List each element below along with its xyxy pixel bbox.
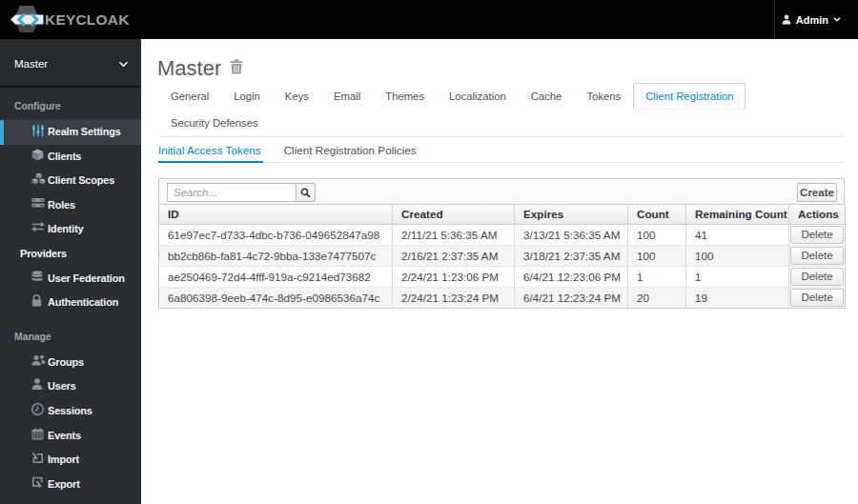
sidebar-item-export[interactable]: Export <box>0 473 141 497</box>
tab-security-defenses[interactable]: Security Defenses <box>158 110 271 136</box>
cell-expires: 3/13/21 5:36:35 AM <box>515 224 628 245</box>
table-row: bb2cb86b-fa81-4c72-9bba-133e7477507c 2/1… <box>159 245 846 266</box>
top-navbar: KEYCLOAK Admin <box>0 0 858 39</box>
delete-realm-button[interactable] <box>229 59 243 75</box>
cell-id: bb2cb86b-fa81-4c72-9bba-133e7477507c <box>159 245 393 266</box>
cell-created: 2/16/21 2:37:35 AM <box>393 245 515 266</box>
tab-themes[interactable]: Themes <box>373 83 437 110</box>
export-icon <box>31 479 45 488</box>
cell-expires: 6/4/21 12:23:24 PM <box>515 287 628 308</box>
cell-id: ae250469-72d4-4fff-919a-c9214ed73682 <box>159 266 393 287</box>
delete-button[interactable]: Delete <box>790 247 844 265</box>
tokens-table: ID Created Expires Count Remaining Count… <box>158 205 846 309</box>
sidebar-section-manage: Manage <box>0 315 141 351</box>
sidebar-item-user-federation[interactable]: User Federation <box>0 267 141 292</box>
cell-remaining: 1 <box>686 266 789 287</box>
user-menu[interactable]: Admin <box>782 0 841 39</box>
tab-login[interactable]: Login <box>221 83 273 110</box>
lock-icon <box>31 297 45 306</box>
tab-tokens[interactable]: Tokens <box>574 83 633 110</box>
clock-icon <box>31 406 45 414</box>
sidebar-item-users[interactable]: Users <box>0 374 141 399</box>
search-input[interactable] <box>167 183 296 202</box>
cell-created: 2/11/21 5:36:35 AM <box>393 224 515 245</box>
sidebar-item-groups[interactable]: Groups <box>0 351 141 375</box>
sidebar-item-roles[interactable]: Roles <box>0 193 141 218</box>
tab-email[interactable]: Email <box>321 83 373 110</box>
table-row: 6a806398-9eeb-474c-8d95-e0986536a74c 2/2… <box>159 287 846 308</box>
sidebar-item-import[interactable]: Import <box>0 448 141 473</box>
cell-created: 2/24/21 1:23:06 PM <box>393 266 515 287</box>
cell-id: 6a806398-9eeb-474c-8d95-e0986536a74c <box>159 287 393 308</box>
delete-button[interactable]: Delete <box>790 289 844 307</box>
cell-expires: 3/18/21 2:37:35 AM <box>515 245 628 266</box>
user-icon <box>782 14 791 25</box>
keycloak-logo-icon <box>9 5 44 34</box>
database-icon <box>31 273 45 282</box>
cell-remaining: 41 <box>686 224 789 245</box>
subtab-initial-access-tokens[interactable]: Initial Access Tokens <box>158 140 273 162</box>
col-remaining-count: Remaining Count <box>686 205 789 224</box>
import-icon <box>31 454 45 463</box>
cell-count: 20 <box>628 287 686 308</box>
sidebar-item-clients[interactable]: Clients <box>0 145 141 170</box>
table-row: ae250469-72d4-4fff-919a-c9214ed73682 2/2… <box>159 266 846 287</box>
page-title: Master <box>157 56 221 80</box>
brand-text: KEYCLOAK <box>45 11 130 29</box>
navbar-divider <box>774 0 775 39</box>
user-name: Admin <box>796 14 828 26</box>
keycloak-logo[interactable] <box>9 5 44 34</box>
tokens-table-block: Create ID Created Expires Count Remainin… <box>158 178 845 309</box>
tab-localization[interactable]: Localization <box>437 83 519 110</box>
cell-count: 100 <box>628 245 686 266</box>
sidebar-item-client-scopes[interactable]: Client Scopes <box>0 169 141 193</box>
cell-remaining: 19 <box>686 287 789 308</box>
table-toolbar: Create <box>158 178 845 205</box>
realm-selector[interactable]: Master <box>0 39 141 88</box>
sidebar-item-authentication[interactable]: Authentication <box>0 291 141 315</box>
tab-client-registration[interactable]: Client Registration <box>633 83 746 110</box>
search-icon <box>300 188 311 198</box>
chevron-down-icon <box>118 61 129 68</box>
table-row: 61e97ec7-d733-4dbc-b736-049652847a98 2/1… <box>159 224 846 245</box>
sidebar-item-sessions[interactable]: Sessions <box>0 399 141 424</box>
delete-button[interactable]: Delete <box>790 226 844 244</box>
client-registration-subtabs: Initial Access Tokens Client Registratio… <box>158 140 845 163</box>
tab-cache[interactable]: Cache <box>519 83 575 110</box>
col-expires: Expires <box>515 205 628 224</box>
sidebar-section-configure: Configure <box>0 90 141 120</box>
roles-icon <box>31 200 45 209</box>
trash-icon <box>230 59 243 74</box>
chevron-down-icon <box>833 17 841 22</box>
search-button[interactable] <box>296 183 316 202</box>
users-icon <box>31 357 45 366</box>
cell-remaining: 100 <box>686 245 789 266</box>
cell-expires: 6/4/21 12:23:06 PM <box>515 266 628 287</box>
calendar-icon <box>31 431 45 439</box>
col-count: Count <box>628 205 686 224</box>
cell-count: 100 <box>628 224 686 245</box>
cell-count: 1 <box>628 266 686 287</box>
cell-id: 61e97ec7-d733-4dbc-b736-049652847a98 <box>159 224 393 245</box>
subtab-client-registration-policies[interactable]: Client Registration Policies <box>273 140 428 162</box>
delete-button[interactable]: Delete <box>790 268 844 286</box>
realm-name: Master <box>14 58 48 70</box>
tab-keys[interactable]: Keys <box>273 83 321 110</box>
cell-created: 2/24/21 1:23:24 PM <box>393 287 515 308</box>
sidebar-item-realm-settings[interactable]: Realm Settings <box>0 120 141 145</box>
sidebar-item-identity-providers[interactable]: Identity Providers <box>0 217 141 266</box>
table-header-row: ID Created Expires Count Remaining Count… <box>159 205 846 224</box>
sidebar: Master Configure Realm Settings Clients … <box>0 39 141 504</box>
cubes-icon <box>31 175 45 184</box>
col-actions: Actions <box>789 205 846 224</box>
exchange-icon <box>31 224 45 232</box>
col-created: Created <box>393 205 515 224</box>
sliders-icon <box>31 127 45 135</box>
col-id: ID <box>159 205 393 224</box>
create-button[interactable]: Create <box>797 183 837 202</box>
realm-tabs: General Login Keys Email Themes Localiza… <box>158 83 845 137</box>
tab-general[interactable]: General <box>158 83 221 110</box>
sidebar-manage-list: Groups Users Sessions Events Import Expo… <box>0 351 141 497</box>
sidebar-item-events[interactable]: Events <box>0 424 141 449</box>
cube-icon <box>31 151 45 160</box>
